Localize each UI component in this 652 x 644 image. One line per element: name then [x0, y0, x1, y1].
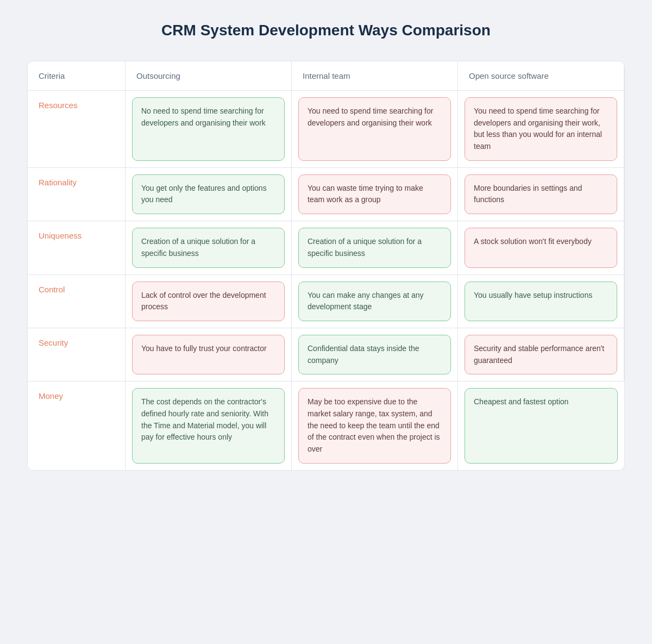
data-cell-r5-c0: The cost depends on the contractor's def…	[126, 382, 292, 470]
criteria-cell-0: Resources	[28, 91, 126, 168]
inner-box-r3-c1: You can make any changes at any developm…	[298, 282, 451, 321]
inner-box-r0-c0: No need to spend time searching for deve…	[132, 97, 285, 161]
data-cell-r3-c1: You can make any changes at any developm…	[292, 275, 458, 328]
criteria-cell-3: Control	[28, 275, 126, 328]
data-cell-r4-c2: Security and stable performance aren't g…	[458, 328, 624, 382]
data-cell-r2-c0: Creation of a unique solution for a spec…	[126, 221, 292, 274]
data-cell-r0-c0: No need to spend time searching for deve…	[126, 91, 292, 168]
page-title: CRM System Development Ways Comparison	[27, 22, 625, 39]
inner-box-r5-c1: May be too expensive due to the market s…	[298, 388, 451, 463]
inner-box-r1-c0: You get only the features and options yo…	[132, 174, 285, 214]
header-cell-0: Criteria	[28, 61, 126, 91]
header-cell-1: Outsourcing	[126, 61, 292, 91]
inner-box-r5-c0: The cost depends on the contractor's def…	[132, 388, 285, 463]
inner-box-r0-c2: You need to spend time searching for dev…	[465, 97, 617, 161]
inner-box-r4-c1: Confidential data stays inside the compa…	[298, 335, 451, 374]
inner-box-r3-c0: Lack of control over the development pro…	[132, 282, 285, 321]
data-cell-r2-c2: A stock solution won't fit everybody	[458, 221, 624, 274]
page-container: CRM System Development Ways Comparison C…	[27, 22, 625, 471]
data-cell-r4-c0: You have to fully trust your contractor	[126, 328, 292, 382]
data-cell-r0-c2: You need to spend time searching for dev…	[458, 91, 624, 168]
header-cell-3: Open source software	[458, 61, 624, 91]
comparison-table: CriteriaOutsourcingInternal teamOpen sou…	[27, 61, 625, 471]
inner-box-r3-c2: You usually have setup instructions	[465, 282, 617, 321]
inner-box-r5-c2: Cheapest and fastest option	[465, 388, 618, 463]
data-cell-r3-c0: Lack of control over the development pro…	[126, 275, 292, 328]
inner-box-r4-c2: Security and stable performance aren't g…	[465, 335, 617, 374]
data-cell-r3-c2: You usually have setup instructions	[458, 275, 624, 328]
data-cell-r1-c0: You get only the features and options yo…	[126, 168, 292, 221]
inner-box-r2-c1: Creation of a unique solution for a spec…	[298, 228, 451, 267]
inner-box-r0-c1: You need to spend time searching for dev…	[298, 97, 451, 161]
inner-box-r1-c2: More boundaries in settings and function…	[465, 174, 617, 214]
inner-box-r2-c2: A stock solution won't fit everybody	[465, 228, 617, 267]
data-cell-r1-c2: More boundaries in settings and function…	[458, 168, 624, 221]
data-cell-r2-c1: Creation of a unique solution for a spec…	[292, 221, 458, 274]
criteria-cell-4: Security	[28, 328, 126, 382]
data-cell-r4-c1: Confidential data stays inside the compa…	[292, 328, 458, 382]
criteria-cell-2: Uniqueness	[28, 221, 126, 274]
data-cell-r1-c1: You can waste time trying to make team w…	[292, 168, 458, 221]
data-cell-r5-c1: May be too expensive due to the market s…	[292, 382, 458, 470]
criteria-cell-1: Rationality	[28, 168, 126, 221]
inner-box-r2-c0: Creation of a unique solution for a spec…	[132, 228, 285, 267]
table-grid: CriteriaOutsourcingInternal teamOpen sou…	[28, 61, 624, 470]
header-cell-2: Internal team	[292, 61, 458, 91]
data-cell-r0-c1: You need to spend time searching for dev…	[292, 91, 458, 168]
criteria-cell-5: Money	[28, 382, 126, 470]
data-cell-r5-c2: Cheapest and fastest option	[458, 382, 624, 470]
inner-box-r1-c1: You can waste time trying to make team w…	[298, 174, 451, 214]
inner-box-r4-c0: You have to fully trust your contractor	[132, 335, 285, 374]
